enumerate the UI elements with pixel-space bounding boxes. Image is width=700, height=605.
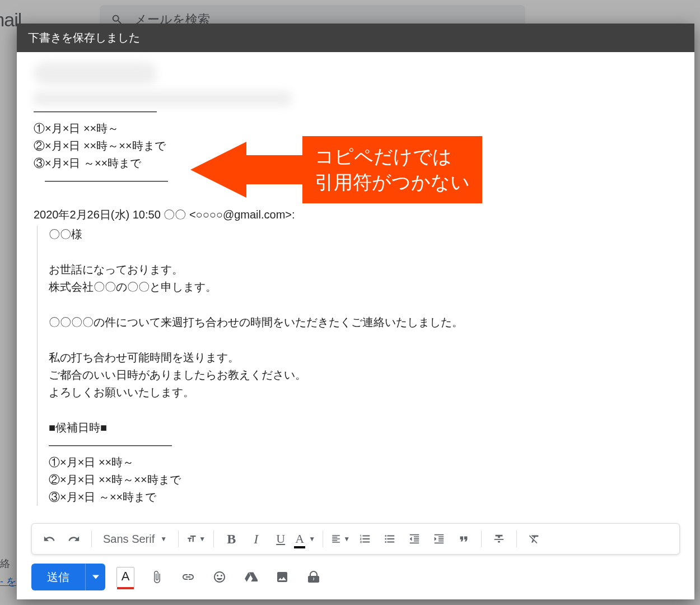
chevron-down-icon: ▼: [343, 535, 350, 543]
insert-emoji-button[interactable]: [208, 566, 231, 588]
quoted-line: ③×月×日 ～××時まで: [49, 488, 678, 506]
body-line-1: ①×月×日 ××時～: [34, 120, 678, 137]
quote-attribution: 2020年2月26日(水) 10:50 〇〇 <○○○○@gmail.com>:: [34, 206, 678, 224]
numbered-list-button[interactable]: [356, 529, 375, 548]
underline-button[interactable]: U: [271, 529, 290, 548]
formatting-options-button[interactable]: A: [114, 566, 137, 588]
annotation-callout: コピペだけでは 引用符がつかない: [190, 136, 482, 203]
quoted-block: 〇〇様 お世話になっております。 株式会社〇〇の〇〇と申します。 〇〇〇〇の件に…: [37, 226, 678, 506]
quoted-line: 私の打ち合わせ可能時間を送ります。: [49, 349, 678, 366]
strikethrough-button[interactable]: [489, 529, 508, 548]
bold-button[interactable]: B: [222, 529, 241, 548]
bulleted-list-button[interactable]: [380, 529, 399, 548]
compose-header-status[interactable]: 下書きを保存しました: [17, 24, 694, 52]
clear-formatting-button[interactable]: [525, 529, 544, 548]
undo-button[interactable]: [40, 529, 59, 548]
redo-button[interactable]: [64, 529, 83, 548]
body-separator-top: ―――――――――――: [34, 103, 678, 120]
font-family-label: Sans Serif: [103, 533, 155, 546]
insert-drive-button[interactable]: [240, 566, 262, 588]
chevron-down-icon: ▼: [309, 535, 315, 543]
attach-file-button[interactable]: [146, 566, 168, 588]
quoted-line: ―――――――――――: [49, 436, 678, 454]
arrow-shaft: [246, 155, 302, 184]
arrow-head-icon: [190, 142, 246, 198]
quote-button[interactable]: [454, 529, 473, 548]
quoted-line: よろしくお願いいたします。: [49, 384, 678, 401]
chevron-down-icon: ▼: [199, 535, 206, 543]
align-button[interactable]: ▼: [331, 529, 350, 548]
font-size-button[interactable]: ▼: [186, 529, 206, 548]
recipient-chip-blurred: [34, 62, 157, 85]
quoted-line: ご都合のいい日時がありましたらお教えください。: [49, 366, 678, 384]
font-family-selector[interactable]: Sans Serif ▼: [100, 533, 170, 546]
indent-less-button[interactable]: [405, 529, 424, 548]
compose-window: 下書きを保存しました ――――――――――― ①×月×日 ××時～ ②×月×日 …: [17, 24, 694, 599]
chevron-down-icon: ▼: [160, 535, 167, 543]
annotation-label: コピペだけでは 引用符がつかない: [302, 136, 482, 203]
insert-photo-button[interactable]: [271, 566, 293, 588]
compose-action-bar: 送信 A: [17, 555, 694, 599]
quoted-line: ①×月×日 ××時～: [49, 454, 678, 471]
quoted-line: 〇〇様: [49, 226, 678, 243]
indent-more-button[interactable]: [430, 529, 449, 548]
italic-button[interactable]: I: [246, 529, 265, 548]
send-button[interactable]: 送信: [31, 564, 85, 590]
compose-body[interactable]: ――――――――――― ①×月×日 ××時～ ②×月×日 ××時～××時まで ③…: [17, 97, 694, 523]
quoted-line: お世話になっております。: [49, 261, 678, 278]
text-color-button[interactable]: A▼: [296, 529, 315, 548]
send-more-button[interactable]: [85, 564, 105, 590]
insert-link-button[interactable]: [177, 566, 199, 588]
format-toolbar: Sans Serif ▼ ▼ B I U A▼ ▼: [31, 523, 680, 555]
compose-recipients-area[interactable]: [17, 52, 694, 97]
send-button-group: 送信: [31, 564, 105, 590]
quoted-line: ■候補日時■: [49, 419, 678, 436]
quoted-line: 株式会社〇〇の〇〇と申します。: [49, 278, 678, 296]
quoted-line: ②×月×日 ××時～××時まで: [49, 471, 678, 488]
confidential-mode-button[interactable]: [302, 566, 325, 588]
quoted-line: 〇〇〇〇の件について来週打ち合わせの時間をいただきたくご連絡いたしました。: [49, 314, 678, 331]
